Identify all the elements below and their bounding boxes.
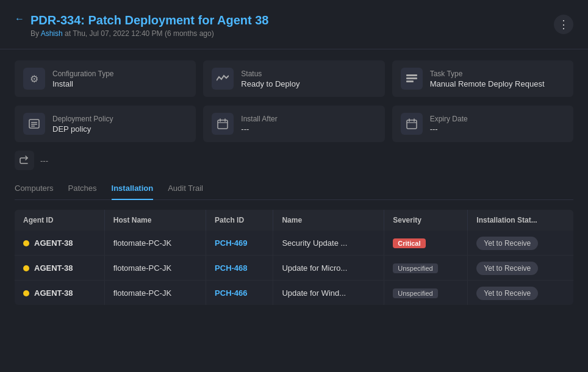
deployment-policy-icon	[23, 113, 45, 135]
cell-patch-id[interactable]: PCH-468	[206, 256, 273, 281]
tabs: Computers Patches Installation Audit Tra…	[15, 179, 573, 200]
status-content: Status Ready to Deploy	[241, 70, 299, 88]
col-host-name: Host Name	[104, 210, 206, 231]
svg-rect-11	[407, 120, 417, 129]
cell-severity: Unspecified	[384, 281, 468, 306]
svg-rect-0	[406, 74, 417, 76]
expiry-date-card: Expiry Date ---	[392, 106, 573, 142]
col-patch-id: Patch ID	[206, 210, 273, 231]
header: ← PDR-334: Patch Deployment for Agent 38…	[15, 12, 573, 38]
cell-host-name: flotomate-PC-JK	[104, 256, 206, 281]
task-type-label: Task Type	[430, 70, 545, 78]
cell-install-status: Yet to Receive	[468, 256, 573, 281]
page-subtitle: By Ashish at Thu, Jul 07, 2022 12:40 PM …	[30, 29, 268, 38]
tab-audit-trail[interactable]: Audit Trail	[168, 179, 203, 200]
expiry-date-label: Expiry Date	[430, 115, 468, 123]
cell-install-status: Yet to Receive	[468, 281, 573, 306]
header-divider	[0, 49, 588, 49]
svg-rect-2	[406, 80, 414, 82]
install-after-content: Install After ---	[241, 115, 277, 134]
cell-patch-id[interactable]: PCH-469	[206, 231, 273, 256]
page-title: PDR-334: Patch Deployment for Agent 38	[30, 12, 268, 28]
task-type-card: Task Type Manual Remote Deploy Request	[392, 60, 573, 97]
table-header-row: Agent ID Host Name Patch ID Name Severit…	[15, 210, 573, 231]
expiry-date-icon	[401, 113, 423, 135]
deployment-policy-label: Deployment Policy	[52, 115, 113, 123]
tab-patches[interactable]: Patches	[68, 179, 97, 200]
header-title-block: PDR-334: Patch Deployment for Agent 38 B…	[30, 12, 268, 38]
table-row: AGENT-38flotomate-PC-JKPCH-466Update for…	[15, 281, 573, 306]
install-after-value: ---	[241, 124, 277, 134]
extra-value: ---	[40, 156, 48, 165]
deployment-policy-content: Deployment Policy DEP policy	[52, 115, 113, 134]
cell-host-name: flotomate-PC-JK	[104, 231, 206, 256]
back-button[interactable]: ←	[15, 13, 24, 24]
subtitle-by: By	[30, 29, 39, 38]
config-type-label: Configuration Type	[52, 70, 114, 78]
status-value: Ready to Deploy	[241, 79, 299, 88]
author-link[interactable]: Ashish	[41, 29, 63, 38]
svg-rect-6	[31, 126, 35, 127]
subtitle-at: at Thu, Jul 07, 2022 12:40 PM (6 months …	[65, 29, 214, 38]
col-agent-id: Agent ID	[15, 210, 104, 231]
table-row: AGENT-38flotomate-PC-JKPCH-468Update for…	[15, 256, 573, 281]
extra-icon	[15, 151, 34, 170]
install-status-badge: Yet to Receive	[476, 262, 538, 275]
config-type-value: Install	[52, 79, 114, 88]
agent-dot	[23, 290, 29, 296]
patch-id-link[interactable]: PCH-468	[215, 263, 247, 273]
cell-agent-id: AGENT-38	[15, 231, 104, 256]
task-type-value: Manual Remote Deploy Request	[430, 79, 545, 88]
config-type-icon: ⚙	[23, 68, 45, 90]
install-after-icon	[212, 113, 234, 135]
install-after-label: Install After	[241, 115, 277, 123]
agent-id-value: AGENT-38	[34, 238, 73, 248]
deployment-policy-value: DEP policy	[52, 124, 113, 134]
status-card: Status Ready to Deploy	[203, 60, 384, 97]
severity-badge-unspecified: Unspecified	[393, 263, 437, 273]
svg-rect-7	[218, 120, 228, 129]
cell-host-name: flotomate-PC-JK	[104, 281, 206, 306]
extra-row: ---	[15, 151, 573, 170]
patch-id-link[interactable]: PCH-466	[215, 288, 247, 298]
cell-patch-name: Security Update ...	[273, 231, 384, 256]
task-type-content: Task Type Manual Remote Deploy Request	[430, 70, 545, 88]
cell-severity: Critical	[384, 231, 468, 256]
cell-install-status: Yet to Receive	[468, 231, 573, 256]
tab-installation[interactable]: Installation	[112, 179, 154, 200]
agent-id-value: AGENT-38	[34, 288, 73, 298]
cell-patch-name: Update for Micro...	[273, 256, 384, 281]
more-options-button[interactable]: ⋮	[554, 15, 573, 34]
install-status-badge: Yet to Receive	[476, 237, 538, 250]
col-name: Name	[273, 210, 384, 231]
info-cards-row2: Deployment Policy DEP policy Install Aft…	[15, 106, 573, 142]
cell-patch-id[interactable]: PCH-466	[206, 281, 273, 306]
table-row: AGENT-38flotomate-PC-JKPCH-469Security U…	[15, 231, 573, 256]
col-install-status: Installation Stat...	[468, 210, 573, 231]
cell-agent-id: AGENT-38	[15, 256, 104, 281]
agent-dot	[23, 240, 29, 246]
header-left: ← PDR-334: Patch Deployment for Agent 38…	[15, 12, 268, 38]
cell-agent-id: AGENT-38	[15, 281, 104, 306]
install-status-badge: Yet to Receive	[476, 287, 538, 300]
svg-rect-5	[31, 124, 37, 125]
config-type-content: Configuration Type Install	[52, 70, 114, 88]
agent-id-value: AGENT-38	[34, 263, 73, 273]
col-severity: Severity	[384, 210, 468, 231]
status-icon	[212, 68, 234, 90]
cell-patch-name: Update for Wind...	[273, 281, 384, 306]
deployment-policy-card: Deployment Policy DEP policy	[15, 106, 196, 142]
expiry-date-value: ---	[430, 124, 468, 134]
agent-dot	[23, 265, 29, 271]
patch-id-link[interactable]: PCH-469	[215, 238, 247, 248]
status-label: Status	[241, 70, 299, 78]
installation-table: Agent ID Host Name Patch ID Name Severit…	[15, 210, 573, 305]
task-type-icon	[401, 68, 423, 90]
page-container: ← PDR-334: Patch Deployment for Agent 38…	[0, 0, 588, 372]
svg-rect-1	[406, 77, 417, 79]
tab-computers[interactable]: Computers	[15, 179, 54, 200]
info-cards-row1: ⚙ Configuration Type Install Status Read…	[15, 60, 573, 97]
install-after-card: Install After ---	[203, 106, 384, 142]
severity-badge-unspecified: Unspecified	[393, 288, 437, 298]
expiry-date-content: Expiry Date ---	[430, 115, 468, 134]
